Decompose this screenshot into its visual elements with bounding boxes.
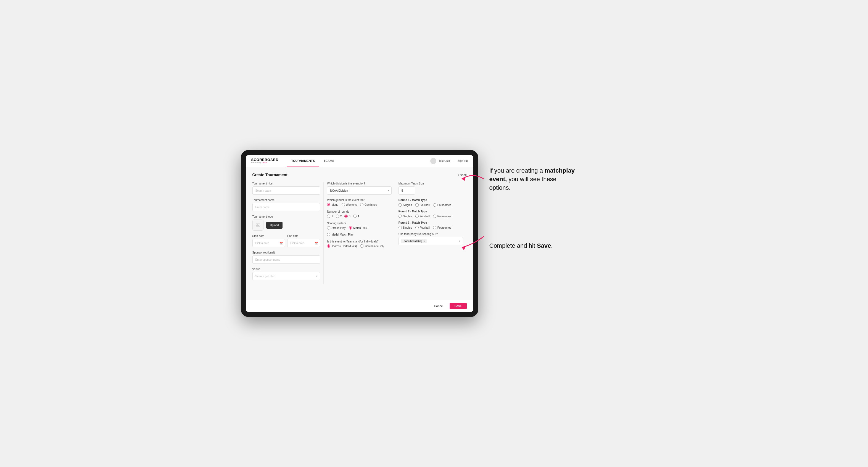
api-group: Use third-party live scoring API? Leader… <box>399 232 463 245</box>
tournament-logo-label: Tournament logo <box>252 215 320 218</box>
medal-match-play-radio[interactable] <box>327 233 330 236</box>
round3-singles-radio[interactable] <box>399 226 402 229</box>
round3-match-type: Round 3 - Match Type Singles Fourball <box>399 221 463 229</box>
stroke-play-radio[interactable] <box>327 226 330 229</box>
round-4[interactable]: 4 <box>353 215 359 218</box>
nav-tournaments[interactable]: TOURNAMENTS <box>287 155 319 167</box>
tournament-name-input[interactable] <box>252 203 320 211</box>
medal-match-play[interactable]: Medal Match Play <box>327 233 353 236</box>
round2-fourball-radio[interactable] <box>415 215 419 218</box>
main-content: Create Tournament ‹ Back Tournament Host <box>246 167 473 300</box>
teams-plus-label: Teams (+Individuals) <box>332 245 357 248</box>
teams-radio-group: Teams (+Individuals) Individuals Only <box>327 244 392 248</box>
round-4-label: 4 <box>358 215 359 218</box>
round2-singles[interactable]: Singles <box>399 215 412 218</box>
individuals-radio[interactable] <box>360 244 364 248</box>
tournament-logo-group: Tournament logo Upload <box>252 215 320 230</box>
start-date-label: Start date <box>252 235 285 238</box>
back-arrow-icon: ‹ <box>458 173 459 177</box>
teams-plus-individuals[interactable]: Teams (+Individuals) <box>327 244 357 248</box>
upload-button[interactable]: Upload <box>266 222 283 229</box>
brand-logo: SCOREBOARD Powered by clippit <box>251 158 279 164</box>
teams-radio[interactable] <box>327 244 330 248</box>
annotation-top: If you are creating a matchplay event, y… <box>489 166 627 192</box>
round1-singles-label: Singles <box>403 204 412 207</box>
end-date-group: End date 📅 <box>287 235 320 247</box>
max-team-size-input[interactable] <box>399 186 415 195</box>
tablet-screen: SCOREBOARD Powered by clippit TOURNAMENT… <box>246 155 473 312</box>
api-tag-close-icon[interactable]: × <box>423 240 425 243</box>
round-3[interactable]: 3 <box>344 215 350 218</box>
dates-group: Start date 📅 End date <box>252 235 320 247</box>
gender-womens-radio[interactable] <box>342 203 345 206</box>
round2-radio-group: Singles Fourball Foursomes <box>399 215 463 218</box>
sign-out-link[interactable]: Sign out <box>458 159 468 162</box>
gender-mens[interactable]: Mens <box>327 203 338 206</box>
round-1[interactable]: 1 <box>327 215 333 218</box>
nav-links: TOURNAMENTS TEAMS <box>287 155 430 167</box>
round3-singles[interactable]: Singles <box>399 226 412 229</box>
start-date-group: Start date 📅 <box>252 235 285 247</box>
start-date-input[interactable] <box>252 239 285 247</box>
gender-combined-radio[interactable] <box>360 203 364 206</box>
sponsor-input[interactable] <box>252 255 320 264</box>
round-3-radio[interactable] <box>344 215 348 218</box>
stroke-play-label: Stroke Play <box>332 226 345 229</box>
round3-fourball[interactable]: Fourball <box>415 226 430 229</box>
tournament-host-input[interactable] <box>252 186 320 195</box>
annotation-bold-save: Save <box>537 242 551 249</box>
round3-foursomes[interactable]: Foursomes <box>433 226 451 229</box>
round1-fourball[interactable]: Fourball <box>415 203 430 207</box>
gender-combined-label: Combined <box>365 203 377 206</box>
venue-label: Venue <box>252 268 320 271</box>
scoring-label: Scoring system <box>327 222 392 225</box>
round-2-radio[interactable] <box>336 215 339 218</box>
scoring-radio-group: Stroke Play Match Play Medal Match Play <box>327 226 392 236</box>
stroke-play[interactable]: Stroke Play <box>327 226 345 229</box>
navbar: SCOREBOARD Powered by clippit TOURNAMENT… <box>246 155 473 167</box>
annotation-top-text: If you are creating a matchplay event, y… <box>489 166 578 192</box>
round3-foursomes-radio[interactable] <box>433 226 436 229</box>
scoring-group: Scoring system Stroke Play Match Play <box>327 222 392 236</box>
round2-foursomes-radio[interactable] <box>433 215 436 218</box>
api-select[interactable]: Leaderboard King × ▼ <box>399 237 463 245</box>
round3-fourball-radio[interactable] <box>415 226 419 229</box>
round-2[interactable]: 2 <box>336 215 342 218</box>
match-play[interactable]: Match Play <box>349 226 367 229</box>
gender-womens[interactable]: Womens <box>342 203 357 206</box>
brand-tagline: Powered by clippit <box>251 161 279 164</box>
gender-womens-label: Womens <box>346 203 357 206</box>
venue-input[interactable] <box>252 272 320 280</box>
round1-singles-radio[interactable] <box>399 203 402 207</box>
round-1-radio[interactable] <box>327 215 330 218</box>
tournament-name-group: Tournament name <box>252 198 320 211</box>
round1-singles[interactable]: Singles <box>399 203 412 207</box>
round3-label: Round 3 - Match Type <box>399 221 463 224</box>
annotation-arrow-bottom <box>459 231 487 253</box>
annotation-bottom: Complete and hit Save. <box>489 242 627 250</box>
teams-label: Is this event for Teams and/or Individua… <box>327 240 392 243</box>
round1-foursomes[interactable]: Foursomes <box>433 203 451 207</box>
gender-mens-radio[interactable] <box>327 203 330 206</box>
svg-point-1 <box>257 224 258 225</box>
save-button[interactable]: Save <box>450 303 467 309</box>
cancel-button[interactable]: Cancel <box>431 303 447 309</box>
division-select[interactable]: NCAA Division I <box>327 186 392 195</box>
sponsor-group: Sponsor (optional) <box>252 251 320 264</box>
api-tag-label: Leaderboard King <box>403 240 423 243</box>
round1-fourball-label: Fourball <box>420 204 430 207</box>
round2-fourball[interactable]: Fourball <box>415 215 430 218</box>
max-team-size-group: Maximum Team Size <box>399 182 463 195</box>
end-date-input[interactable] <box>287 239 320 247</box>
round1-fourball-radio[interactable] <box>415 203 419 207</box>
individuals-only[interactable]: Individuals Only <box>360 244 384 248</box>
round2-foursomes[interactable]: Foursomes <box>433 215 451 218</box>
round3-radio-group: Singles Fourball Foursomes <box>399 226 463 229</box>
round-4-radio[interactable] <box>353 215 356 218</box>
round3-singles-label: Singles <box>403 226 412 229</box>
gender-combined[interactable]: Combined <box>360 203 377 206</box>
match-play-radio[interactable] <box>349 226 352 229</box>
nav-teams[interactable]: TEAMS <box>319 155 339 167</box>
round2-singles-radio[interactable] <box>399 215 402 218</box>
round1-foursomes-radio[interactable] <box>433 203 436 207</box>
